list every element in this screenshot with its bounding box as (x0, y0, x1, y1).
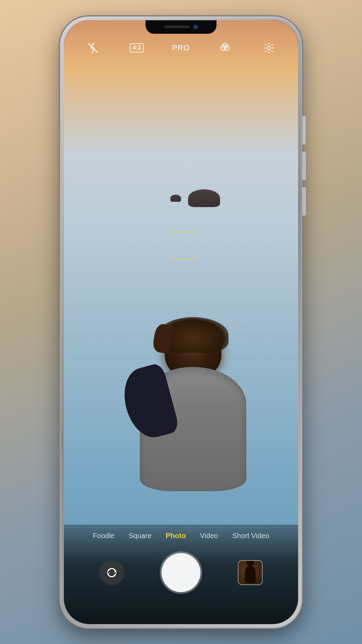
flip-camera-icon (105, 566, 119, 579)
speaker (164, 26, 189, 28)
mode-photo[interactable]: Photo (166, 532, 186, 540)
front-camera (193, 25, 198, 29)
mode-short-video[interactable]: Short Video (232, 532, 269, 540)
phone-frame: 4:3 PRO (60, 17, 302, 628)
flip-camera-area (64, 560, 160, 585)
ratio-display: 4:3 (130, 43, 144, 53)
shutter-area (64, 553, 298, 592)
person-body (140, 367, 246, 491)
island-small (170, 195, 181, 202)
phone-screen: 4:3 PRO (64, 20, 298, 624)
camera-viewfinder[interactable]: 4:3 PRO (64, 20, 298, 624)
gallery-silhouette (245, 565, 256, 583)
shutter-button[interactable] (161, 553, 201, 592)
svg-point-4 (267, 46, 271, 50)
flip-camera-button[interactable] (99, 560, 124, 585)
island-tiny (190, 197, 195, 201)
filter-icon (219, 42, 231, 54)
mode-square[interactable]: Square (129, 532, 152, 540)
flash-icon (87, 42, 99, 54)
gallery-button[interactable] (238, 560, 263, 585)
flash-button[interactable] (84, 39, 102, 57)
bottom-controls: Foodle Square Photo Video Short Video (64, 525, 298, 624)
camera-toolbar: 4:3 PRO (64, 37, 298, 59)
mode-foodle[interactable]: Foodle (93, 532, 114, 540)
settings-button[interactable] (260, 39, 278, 57)
shutter-button-area (160, 553, 202, 592)
focus-indicator (169, 232, 198, 260)
aspect-ratio-button[interactable]: 4:3 (128, 39, 146, 57)
mode-selector: Foodle Square Photo Video Short Video (64, 532, 298, 540)
pro-mode-label[interactable]: PRO (172, 43, 190, 53)
phone-notch (146, 20, 216, 34)
mode-video[interactable]: Video (200, 532, 218, 540)
settings-icon (263, 42, 275, 54)
filter-button[interactable] (216, 39, 234, 57)
gallery-area (202, 560, 298, 585)
gallery-preview (238, 561, 262, 584)
person-subject (133, 321, 253, 491)
